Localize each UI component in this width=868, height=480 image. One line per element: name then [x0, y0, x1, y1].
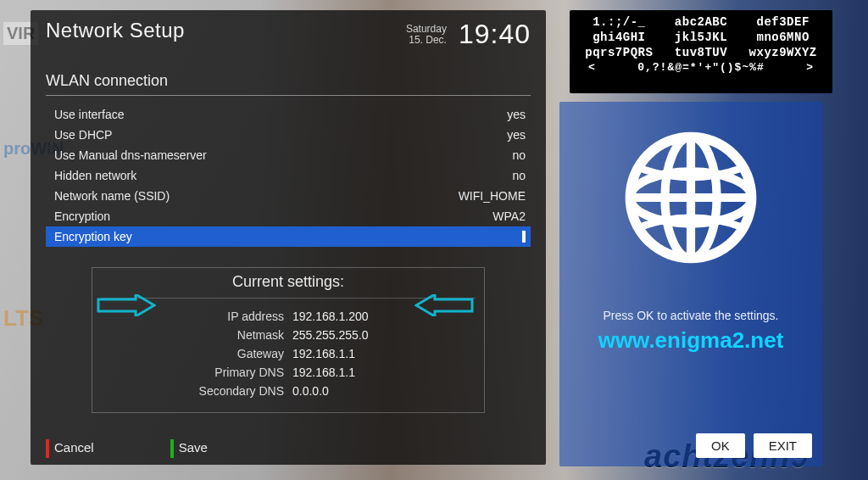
clock-time: 19:40: [459, 19, 531, 50]
current-label: Secondary DNS: [101, 382, 284, 400]
network-setup-panel: Network Setup Saturday 15. Dec. 19:40 WL…: [31, 10, 546, 465]
osk-row-bottom: < 0,?!&@=*'+"()$~%# >: [570, 61, 832, 74]
current-netmask-row: Netmask 255.255.255.0: [101, 326, 476, 344]
setting-hidden-network[interactable]: Hidden network no: [46, 165, 531, 186]
clock-day: Saturday: [406, 24, 447, 35]
osk-key-2[interactable]: abc2ABC: [660, 15, 743, 29]
setting-value: no: [512, 148, 526, 162]
button-row: OK EXIT: [696, 433, 812, 458]
current-label: IP address: [101, 307, 284, 326]
osk-key-left[interactable]: <: [588, 61, 596, 74]
current-gateway-row: Gateway 192.168.1.1: [101, 344, 476, 363]
current-label: Netmask: [101, 326, 284, 344]
setting-label: Hidden network: [54, 169, 136, 182]
setting-ssid[interactable]: Network name (SSID) WIFI_HOME: [46, 186, 531, 206]
bottom-actions: Cancel Save: [46, 439, 531, 458]
save-label: Save: [179, 440, 208, 455]
green-bar-icon: [170, 439, 174, 458]
osk-key-6[interactable]: mno6MNO: [742, 31, 824, 44]
osk-key-4[interactable]: ghi4GHI: [578, 31, 660, 44]
wlan-subhead: WLAN connection: [46, 72, 531, 96]
current-settings-box: Current settings: IP address 192.168.1.2…: [92, 267, 485, 413]
setting-use-interface[interactable]: Use interface yes: [46, 104, 531, 125]
osk-key-5[interactable]: jkl5JKL: [660, 31, 743, 44]
setting-label: Encryption key: [54, 230, 132, 243]
current-value: 192.168.1.1: [292, 344, 476, 363]
setting-value: WIFI_HOME: [459, 189, 526, 203]
setting-value: yes: [507, 108, 526, 121]
cancel-label: Cancel: [54, 440, 94, 455]
setting-encryption[interactable]: Encryption WPA2: [46, 206, 531, 226]
setting-value: yes: [507, 128, 526, 142]
setting-value: no: [512, 169, 526, 182]
cancel-button[interactable]: Cancel: [46, 439, 94, 458]
current-settings-title: Current settings:: [101, 273, 476, 299]
osk-key-right[interactable]: >: [806, 61, 814, 74]
current-value: 0.0.0.0: [292, 382, 476, 400]
current-value: 192.168.1.1: [292, 363, 476, 382]
setting-label: Use Manual dns-nameserver: [54, 148, 207, 162]
setting-use-dhcp[interactable]: Use DHCP yes: [46, 125, 531, 145]
osk-key-1[interactable]: 1.:;/-_: [578, 15, 660, 29]
osk-row-2: ghi4GHI jkl5JKL mno6MNO: [570, 31, 832, 44]
osk-key-0[interactable]: 0,?!&@=*'+"()$~%#: [596, 61, 806, 74]
red-bar-icon: [46, 439, 49, 458]
current-value: 192.168.1.200: [292, 307, 476, 326]
info-panel: Press OK to activate the settings. www.e…: [559, 102, 822, 466]
setting-manual-dns[interactable]: Use Manual dns-nameserver no: [46, 145, 531, 165]
osk-key-3[interactable]: def3DEF: [742, 15, 824, 29]
osk-key-7[interactable]: pqrs7PQRS: [578, 46, 660, 59]
ok-button[interactable]: OK: [696, 433, 745, 458]
onscreen-keyboard[interactable]: 1.:;/-_ abc2ABC def3DEF ghi4GHI jkl5JKL …: [570, 10, 832, 93]
text-caret-icon: [522, 231, 526, 243]
current-value: 255.255.255.0: [292, 326, 476, 344]
settings-list: Use interface yes Use DHCP yes Use Manua…: [46, 104, 531, 247]
setting-value: WPA2: [492, 209, 526, 223]
setting-label: Use interface: [54, 108, 124, 121]
setting-label: Use DHCP: [54, 128, 112, 142]
setting-label: Network name (SSID): [54, 189, 170, 203]
current-label: Gateway: [101, 344, 284, 363]
setting-label: Encryption: [54, 209, 110, 223]
current-ip-row: IP address 192.168.1.200: [101, 307, 476, 326]
current-label: Primary DNS: [101, 363, 284, 382]
setting-encryption-key[interactable]: Encryption key: [46, 226, 531, 247]
save-button[interactable]: Save: [170, 439, 208, 458]
exit-button[interactable]: EXIT: [754, 433, 812, 458]
clock-block: Saturday 15. Dec. 19:40: [406, 19, 531, 50]
current-primary-dns-row: Primary DNS 192.168.1.1: [101, 363, 476, 382]
watermark-url: www.enigma2.net: [568, 327, 814, 354]
osk-key-9[interactable]: wxyz9WXYZ: [742, 46, 824, 59]
page-title: Network Setup: [46, 19, 185, 42]
osk-key-8[interactable]: tuv8TUV: [660, 46, 743, 59]
globe-icon: [619, 126, 763, 270]
activate-hint: Press OK to activate the settings.: [568, 309, 814, 322]
osk-row-3: pqrs7PQRS tuv8TUV wxyz9WXYZ: [570, 46, 832, 59]
current-secondary-dns-row: Secondary DNS 0.0.0.0: [101, 382, 476, 400]
clock-date: 15. Dec.: [406, 35, 447, 46]
osk-row-1: 1.:;/-_ abc2ABC def3DEF: [570, 15, 832, 29]
